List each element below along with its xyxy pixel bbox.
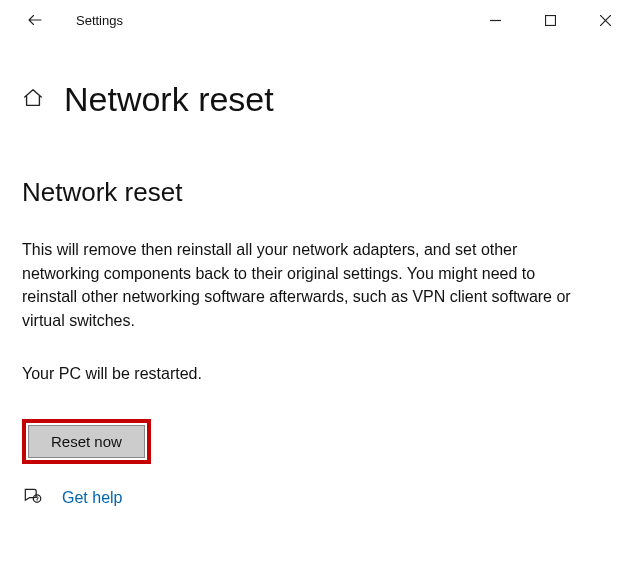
window-controls	[468, 0, 633, 40]
minimize-icon	[490, 15, 501, 26]
get-help-link[interactable]: Get help	[62, 489, 122, 507]
maximize-icon	[545, 15, 556, 26]
reset-button-highlight: Reset now	[22, 419, 151, 464]
svg-point-5	[37, 500, 38, 501]
svg-rect-1	[546, 15, 556, 25]
back-button[interactable]	[20, 11, 50, 29]
app-title: Settings	[76, 13, 123, 28]
content-area: Network reset This will remove then rein…	[0, 119, 633, 510]
titlebar: Settings	[0, 0, 633, 40]
close-button[interactable]	[578, 0, 633, 40]
section-heading: Network reset	[22, 177, 611, 208]
help-chat-icon	[22, 486, 42, 510]
maximize-button[interactable]	[523, 0, 578, 40]
reset-now-button[interactable]: Reset now	[28, 425, 145, 458]
arrow-left-icon	[26, 11, 44, 29]
page-title: Network reset	[64, 80, 274, 119]
help-row: Get help	[22, 486, 611, 510]
description-text: This will remove then reinstall all your…	[22, 238, 582, 333]
minimize-button[interactable]	[468, 0, 523, 40]
close-icon	[600, 15, 611, 26]
page-header: Network reset	[0, 40, 633, 119]
home-icon[interactable]	[22, 87, 44, 113]
restart-note: Your PC will be restarted.	[22, 365, 611, 383]
